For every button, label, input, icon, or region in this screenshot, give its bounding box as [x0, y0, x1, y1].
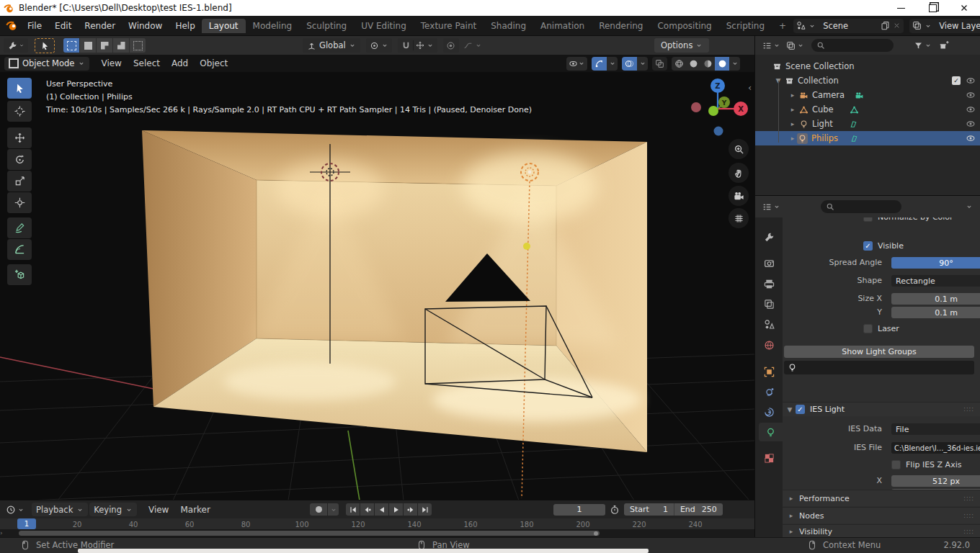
properties-editor-type-button[interactable] — [762, 202, 780, 212]
proportional-editing-toggle[interactable] — [443, 38, 459, 53]
outliner-row-camera[interactable]: ▸ Camera — [755, 88, 980, 102]
auto-keying-button[interactable] — [310, 503, 327, 516]
scene-icon[interactable] — [796, 21, 806, 30]
scrollbar-zoom-handle[interactable] — [594, 531, 598, 536]
options-button[interactable]: Options — [654, 38, 709, 53]
playhead-current-frame[interactable]: 1 — [17, 518, 36, 529]
laser-checkbox[interactable] — [863, 324, 873, 333]
performance-panel-header[interactable]: ▸ Performance :::: — [783, 490, 980, 506]
gizmos-toggle[interactable] — [592, 57, 607, 71]
snap-toggle[interactable] — [398, 38, 437, 53]
tool-transform[interactable] — [7, 192, 32, 213]
workspace-tab-scripting[interactable]: Scripting — [719, 19, 772, 33]
mode-dropdown[interactable]: Object Mode — [4, 57, 89, 71]
tab-texture[interactable] — [757, 449, 780, 467]
pan-button[interactable] — [729, 163, 749, 183]
xray-toggle[interactable] — [652, 57, 667, 71]
eye-icon[interactable] — [966, 104, 976, 114]
menu-file[interactable]: File — [21, 21, 48, 31]
timeline-ruler[interactable]: 20 40 60 80 100 120 140 160 180 200 220 … — [0, 518, 754, 529]
normalize-checkbox[interactable] — [863, 217, 873, 222]
outliner-row-collection[interactable]: ▼ Collection ✓ — [755, 73, 980, 88]
outliner-editor-type-button[interactable] — [762, 41, 780, 50]
shading-rendered-button[interactable] — [715, 57, 729, 71]
overlays-toggle[interactable] — [622, 57, 637, 71]
editor-divider-vertical[interactable] — [754, 36, 755, 537]
flip-ies-z-checkbox[interactable] — [891, 460, 901, 469]
visibility-panel-header[interactable]: ▸ Visibility :::: — [783, 524, 980, 538]
tab-object-data-light[interactable] — [759, 423, 783, 441]
select-mode-intersect[interactable] — [130, 38, 146, 53]
select-mode-set[interactable] — [63, 38, 79, 53]
perspective-toggle-button[interactable] — [729, 208, 749, 228]
viewport-menu-object[interactable]: Object — [194, 58, 233, 68]
playback-menu[interactable]: Playback — [32, 503, 88, 516]
zoom-button[interactable] — [729, 139, 749, 159]
new-collection-icon[interactable] — [939, 40, 949, 50]
workspace-tab-rendering[interactable]: Rendering — [592, 19, 650, 33]
drag-dots-icon[interactable]: :::: — [963, 495, 974, 502]
start-frame-field[interactable]: Start 1 — [624, 505, 674, 514]
workspace-tab-shading[interactable]: Shading — [484, 19, 533, 33]
expand-arrow-icon[interactable]: ▸ — [788, 106, 797, 113]
workspace-tab-animation[interactable]: Animation — [533, 19, 592, 33]
workspace-tab-texture-paint[interactable]: Texture Paint — [414, 19, 484, 33]
play-button[interactable] — [389, 503, 403, 516]
unlink-scene-icon[interactable] — [893, 22, 901, 30]
close-button[interactable] — [948, 0, 980, 16]
expand-arrow-icon[interactable]: ▸ — [788, 120, 797, 127]
outliner-row-cube[interactable]: ▸ Cube — [755, 102, 980, 117]
ies-light-checkbox[interactable]: ✓ — [796, 405, 805, 414]
current-frame-field[interactable]: 1 — [553, 504, 605, 516]
chevron-down-icon[interactable] — [925, 22, 932, 30]
tool-add-cube[interactable] — [7, 264, 32, 285]
chevron-down-icon[interactable] — [808, 22, 816, 30]
outliner-search-input[interactable] — [811, 39, 894, 52]
tab-output[interactable] — [757, 274, 780, 293]
expand-arrow-icon[interactable]: ▸ — [788, 91, 797, 99]
prev-keyframe-button[interactable] — [360, 503, 374, 516]
collection-checkbox[interactable]: ✓ — [952, 76, 961, 85]
tab-object[interactable] — [757, 362, 780, 381]
workspace-tab-modeling[interactable]: Modeling — [246, 19, 300, 33]
keying-menu[interactable]: Keying — [89, 503, 137, 516]
keying-dropdown[interactable] — [328, 503, 339, 516]
gizmo-z-neg[interactable] — [714, 127, 723, 136]
viewport-menu-select[interactable]: Select — [128, 58, 166, 68]
ies-data-dropdown[interactable]: File — [891, 423, 980, 435]
res-x-field[interactable]: 512 px — [891, 475, 980, 487]
shape-dropdown[interactable]: Rectangle — [891, 275, 980, 287]
transform-orientation-dropdown[interactable]: Global — [303, 38, 360, 53]
scrollbar-handle[interactable] — [19, 531, 600, 536]
select-mode-subtract[interactable] — [97, 38, 112, 53]
light-size-handle[interactable] — [523, 243, 530, 250]
proportional-falloff-dropdown[interactable] — [460, 38, 485, 53]
blender-menu-logo-icon[interactable] — [6, 19, 18, 32]
workspace-tab-compositing[interactable]: Compositing — [650, 19, 718, 33]
properties-search-input[interactable] — [821, 200, 901, 213]
show-light-groups-button[interactable]: Show Light Groups — [784, 346, 974, 358]
ies-light-panel-header[interactable]: ▼ ✓ IES Light :::: — [783, 402, 980, 416]
shading-dropdown[interactable] — [729, 57, 740, 71]
camera-view-button[interactable] — [729, 186, 749, 206]
workspace-tab-layout[interactable]: Layout — [202, 19, 246, 33]
active-tool-button[interactable] — [35, 38, 55, 53]
object-visibility-icon[interactable] — [569, 59, 578, 68]
workspace-tab-sculpting[interactable]: Sculpting — [299, 19, 354, 33]
properties-options-chevron-icon[interactable] — [966, 203, 973, 210]
maximize-button[interactable] — [917, 0, 948, 16]
drag-dots-icon[interactable]: :::: — [963, 406, 974, 413]
minimize-button[interactable] — [885, 0, 917, 16]
spread-angle-slider[interactable]: 90° — [891, 257, 980, 269]
timeline-scrollbar[interactable]: › — [0, 529, 754, 537]
outliner-row-light[interactable]: ▸ Light — [755, 117, 980, 131]
outliner-row-philips[interactable]: ▸ Philips — [755, 131, 980, 145]
eye-icon[interactable] — [966, 119, 976, 129]
size-x-field[interactable]: 0.1 m — [891, 293, 980, 305]
end-frame-field[interactable]: End 250 — [674, 505, 723, 514]
gizmo-y-neg[interactable] — [708, 106, 718, 116]
drag-dots-icon[interactable]: :::: — [963, 513, 974, 519]
pivot-point-dropdown[interactable] — [366, 38, 392, 53]
tab-tool[interactable] — [757, 228, 780, 246]
viewport-menu-view[interactable]: View — [95, 58, 127, 68]
